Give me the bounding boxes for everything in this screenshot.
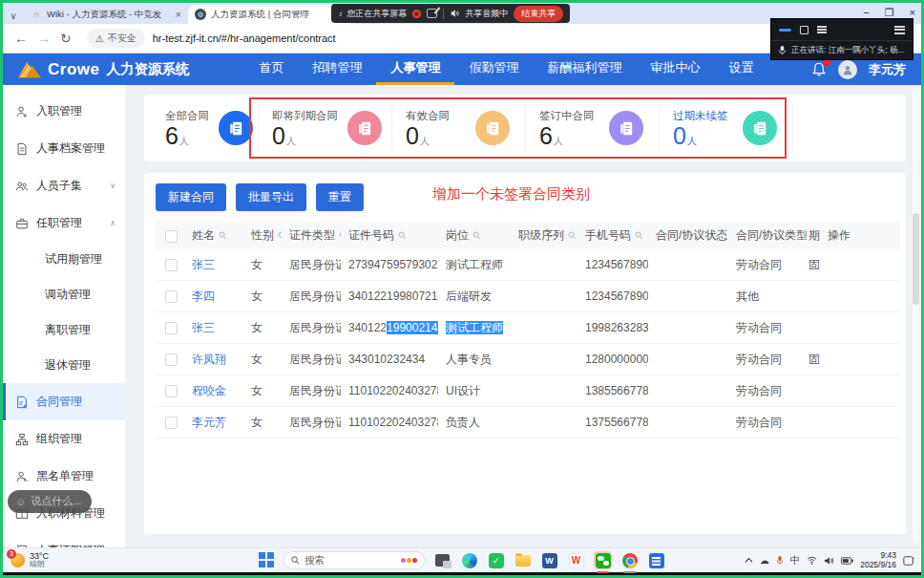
sidebar-item-任职管理[interactable]: 任职管理∧	[3, 204, 125, 242]
wifi-icon[interactable]	[807, 556, 817, 565]
employee-name-link[interactable]: 张三	[192, 258, 215, 271]
sidebar-item-合同管理[interactable]: 合同管理	[3, 383, 125, 420]
column-header-position[interactable]: 岗位	[438, 222, 511, 249]
stat-即将到期合同[interactable]: 即将到期合同0人	[259, 105, 392, 151]
column-search-icon[interactable]	[568, 229, 577, 243]
employee-name-link[interactable]: 程咬金	[192, 384, 226, 397]
forward-button[interactable]: →	[37, 31, 51, 46]
nav-item-假勤管理[interactable]: 假勤管理	[454, 54, 533, 85]
button-新建合同[interactable]: 新建合同	[156, 183, 226, 211]
column-header-checkbox[interactable]	[156, 222, 184, 249]
sidebar-item-入职管理[interactable]: 入职管理	[3, 93, 125, 130]
nav-item-首页[interactable]: 首页	[244, 54, 298, 85]
notification-center-icon[interactable]	[903, 555, 914, 567]
column-header-name[interactable]: 姓名	[184, 222, 243, 249]
column-header-rank[interactable]: 职级序列	[511, 222, 578, 249]
taskbar-app-task-view-icon[interactable]	[433, 551, 452, 569]
url-text[interactable]: hr-test.zjf-it.cn/#/hr-anagement/contrac…	[153, 32, 336, 44]
taskbar-app-chrome-icon[interactable]	[620, 551, 639, 569]
ime-indicator[interactable]: 中	[790, 554, 801, 567]
volume-icon[interactable]	[824, 556, 834, 566]
button-批量导出[interactable]: 批量导出	[236, 183, 306, 211]
browser-tab[interactable]: ◍人力资源系统 | 合同管理×	[188, 5, 352, 24]
notification-bell-icon[interactable]	[811, 61, 827, 77]
minimize-panel-icon[interactable]	[779, 29, 791, 32]
sidebar-item-调动管理[interactable]: 调动管理	[3, 277, 125, 312]
sidebar-item-离职管理[interactable]: 离职管理	[3, 312, 125, 348]
sidebar-item-人员子集[interactable]: 人员子集∨	[3, 167, 125, 204]
stat-全部合同[interactable]: 全部合同6人	[152, 105, 259, 151]
tray-chevron-icon[interactable]	[745, 557, 753, 564]
reload-button[interactable]: ↻	[60, 31, 72, 46]
column-header-contract_type[interactable]: 合同/协议类型	[728, 222, 807, 249]
taskbar-app-green-app-icon[interactable]: ✓	[487, 551, 505, 569]
taskbar-search[interactable]: 搜索	[284, 551, 425, 569]
layout-toggle-icon[interactable]	[894, 26, 905, 34]
column-header-op[interactable]: 操作	[820, 222, 900, 249]
sidebar-item-组织管理[interactable]: 组织管理	[3, 420, 125, 458]
row-checkbox[interactable]	[165, 385, 178, 397]
column-header-phone[interactable]: 手机号码	[578, 222, 648, 249]
nav-item-设置[interactable]: 设置	[714, 54, 767, 85]
column-search-icon[interactable]	[472, 229, 481, 243]
sidebar-item-人事档案管理[interactable]: 人事档案管理	[3, 130, 125, 167]
column-search-icon[interactable]	[635, 229, 643, 243]
security-chip[interactable]: ⚠ 不安全	[87, 29, 145, 48]
tab-search-button[interactable]: ∨	[3, 7, 24, 24]
column-header-cert_type[interactable]: 证件类型	[282, 222, 341, 249]
column-search-icon[interactable]	[339, 229, 341, 243]
nav-item-人事管理[interactable]: 人事管理	[376, 54, 454, 85]
stat-有效合同[interactable]: 有效合同0人	[392, 105, 526, 151]
window-mode-icon[interactable]	[800, 26, 808, 34]
nav-item-审批中心[interactable]: 审批中心	[636, 54, 714, 85]
page-scrollbar[interactable]	[913, 91, 919, 542]
taskbar-app-wechat-icon[interactable]	[594, 551, 612, 569]
user-avatar[interactable]	[838, 60, 857, 79]
employee-name-link[interactable]: 李四	[192, 289, 215, 303]
user-name[interactable]: 李元芳	[869, 61, 906, 78]
weather-widget[interactable]: 3 33°C 晴朗	[10, 552, 49, 569]
browser-tab[interactable]: ∩Wiki - 人力资源系统 - 中竞发×	[24, 5, 188, 24]
tab-close-icon[interactable]: ×	[176, 9, 181, 20]
scrollbar-thumb[interactable]	[913, 213, 919, 305]
annotate-icon[interactable]	[427, 9, 437, 18]
sidebar-item-退休管理[interactable]: 退休管理	[3, 348, 125, 383]
column-header-status[interactable]: 合同/协议状态	[648, 222, 728, 249]
column-header-cert_no[interactable]: 证件号码	[341, 222, 438, 249]
battery-icon[interactable]	[841, 557, 853, 565]
cloud-icon[interactable]: ☁	[760, 555, 769, 566]
button-重置[interactable]: 重置	[316, 183, 364, 211]
omnibox[interactable]: ⚠ 不安全 hr-test.zjf-it.cn/#/hr-anagement/c…	[87, 29, 336, 48]
taskbar-app-wps-icon[interactable]: W	[567, 551, 585, 569]
employee-name-link[interactable]: 许凤翔	[192, 353, 226, 366]
employee-name-link[interactable]: 李元芳	[192, 416, 226, 429]
tray-mic-icon[interactable]	[776, 555, 784, 566]
sidebar-item-试用期管理[interactable]: 试用期管理	[3, 242, 125, 277]
nav-item-招聘管理[interactable]: 招聘管理	[298, 54, 376, 85]
column-search-icon[interactable]	[219, 229, 227, 243]
column-search-icon[interactable]	[278, 229, 282, 243]
row-checkbox[interactable]	[165, 322, 178, 334]
taskbar-app-word-icon[interactable]: W	[540, 551, 558, 569]
nav-item-薪酬福利管理[interactable]: 薪酬福利管理	[533, 54, 636, 85]
whisper-tooltip[interactable]: ☺ 说点什么...	[8, 490, 92, 513]
taskbar-app-edge-icon[interactable]	[460, 551, 478, 569]
record-icon[interactable]	[412, 10, 421, 18]
clock[interactable]: 9:43 2025/9/16	[860, 551, 896, 569]
taskbar-app-explorer-icon[interactable]	[514, 551, 532, 569]
row-checkbox[interactable]	[165, 290, 178, 303]
sidebar-item-人事证明管理[interactable]: 人事证明管理	[3, 532, 125, 547]
row-checkbox[interactable]	[165, 259, 178, 271]
back-button[interactable]: ←	[14, 31, 28, 46]
stat-签订中合同[interactable]: 签订中合同6人	[526, 105, 660, 151]
taskbar-app-docs-icon[interactable]	[647, 551, 665, 569]
stat-过期未续签[interactable]: 过期未续签0人	[660, 105, 793, 151]
select-all-checkbox[interactable]	[165, 230, 178, 243]
row-checkbox[interactable]	[165, 417, 178, 429]
start-button[interactable]	[259, 552, 275, 568]
column-search-icon[interactable]	[398, 229, 407, 243]
employee-name-link[interactable]: 张三	[192, 321, 215, 334]
member-list-icon[interactable]	[817, 25, 827, 35]
row-checkbox[interactable]	[165, 353, 178, 366]
column-header-gender[interactable]: 性别	[243, 222, 282, 249]
